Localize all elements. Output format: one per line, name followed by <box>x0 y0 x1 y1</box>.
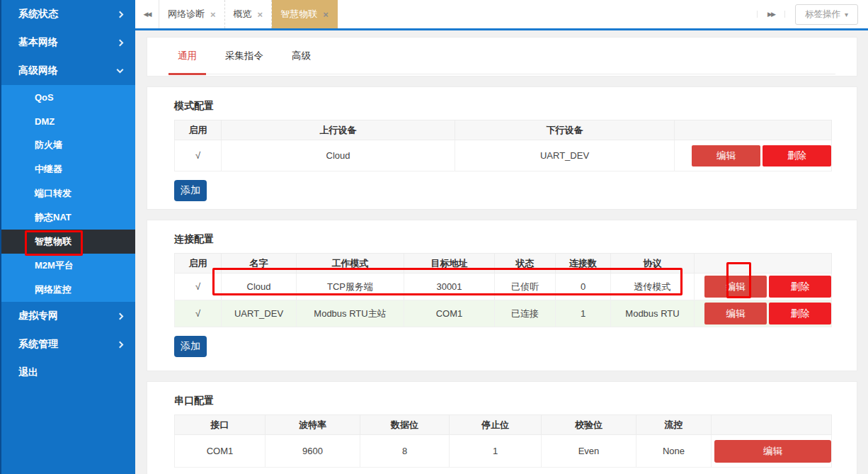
mode-config-section: 模式配置 启用 上行设备 下行设备 √ Cloud UART_DEV 编辑 <box>147 86 857 210</box>
sidebar-submenu: QoS DMZ 防火墙 中继器 端口转发 静态NAT 智慧物联 M2M平台 网络… <box>1 85 135 302</box>
tab-advanced[interactable]: 高级 <box>282 38 320 74</box>
close-icon[interactable]: × <box>258 9 263 20</box>
app-window: 系统状态 基本网络 高级网络 QoS DMZ 防火墙 中继器 端口转发 静态NA… <box>0 0 868 474</box>
cell-enabled: √ <box>175 273 222 300</box>
sidebar-item-label: 虚拟专网 <box>18 310 58 322</box>
chevron-right-icon <box>117 39 124 46</box>
sidebar-item-basic-network[interactable]: 基本网络 <box>1 28 135 57</box>
sidebar-item-qos[interactable]: QoS <box>1 85 135 109</box>
table-header-row: 接口 波特率 数据位 停止位 校验位 流控 <box>175 415 832 435</box>
close-icon[interactable]: × <box>210 9 216 20</box>
sidebar-item-firewall[interactable]: 防火墙 <box>1 133 135 157</box>
sidebar-item-label: 退出 <box>18 366 38 379</box>
tab-operations-label: 标签操作 <box>805 9 840 21</box>
sidebar-item-dmz[interactable]: DMZ <box>1 109 135 133</box>
column-header-actions <box>675 120 832 140</box>
connection-config-table: 启用 名字 工作模式 目标地址 状态 连接数 协议 √ Cloud TCP服务端… <box>174 253 832 327</box>
tab-operations-dropdown[interactable]: 标签操作 ▾ <box>795 4 858 25</box>
cell-baud-rate: 9600 <box>265 435 360 468</box>
sidebar-item-label: 系统管理 <box>18 338 58 351</box>
cell-stop-bits: 1 <box>450 435 542 468</box>
table-header-row: 启用 名字 工作模式 目标地址 状态 连接数 协议 <box>175 254 832 273</box>
cell-status: 已侦听 <box>495 273 556 300</box>
tab-collect-commands[interactable]: 采集指令 <box>216 38 273 74</box>
cell-target-address: 30001 <box>404 273 495 300</box>
mode-config-table: 启用 上行设备 下行设备 √ Cloud UART_DEV 编辑 删除 <box>174 120 832 171</box>
cell-actions: 编辑 <box>712 435 832 468</box>
sidebar-item-smart-iot[interactable]: 智慧物联 <box>1 230 135 254</box>
serial-config-section: 串口配置 接口 波特率 数据位 停止位 校验位 流控 COM1 960 <box>147 381 857 474</box>
cell-interface: COM1 <box>175 435 265 468</box>
sidebar-item-label: 高级网络 <box>18 64 58 77</box>
table-row-uart-dev: √ UART_DEV Modbus RTU主站 COM1 已连接 1 Modbu… <box>175 300 832 327</box>
tab-network-diagnosis[interactable]: 网络诊断 × <box>159 0 225 28</box>
edit-button[interactable]: 编辑 <box>704 303 767 325</box>
edit-button[interactable]: 编辑 <box>704 276 767 298</box>
chevron-down-icon <box>117 67 124 74</box>
column-header: 名字 <box>222 254 297 273</box>
delete-button[interactable]: 删除 <box>769 303 831 325</box>
cell-target-address: COM1 <box>404 300 495 327</box>
sidebar-item-port-forwarding[interactable]: 端口转发 <box>1 181 135 205</box>
cell-parity: Even <box>542 435 636 468</box>
column-header: 目标地址 <box>404 254 495 273</box>
column-header-actions <box>695 254 832 273</box>
cell-actions: 编辑 删除 <box>695 273 832 300</box>
chevron-right-icon <box>117 312 124 320</box>
cell-downstream-device: UART_DEV <box>455 140 675 171</box>
scroll-tabs-left-button[interactable]: ◀◀ <box>135 0 159 28</box>
table-row: √ Cloud UART_DEV 编辑 删除 <box>175 140 832 171</box>
cell-flow-control: None <box>636 435 712 468</box>
cell-protocol: 透传模式 <box>611 273 695 300</box>
sidebar-item-system-status[interactable]: 系统状态 <box>1 0 135 28</box>
sidebar-item-m2m-platform[interactable]: M2M平台 <box>1 254 135 278</box>
tab-bar: ◀◀ 网络诊断 × 概览 × 智慧物联 × ▶▶ 标签操作 ▾ <box>135 0 868 30</box>
column-header: 停止位 <box>450 415 542 435</box>
cell-actions: 编辑 删除 <box>675 140 832 171</box>
column-header: 数据位 <box>360 415 450 435</box>
sidebar-item-system-management[interactable]: 系统管理 <box>1 330 135 359</box>
column-header: 上行设备 <box>222 120 455 140</box>
column-header: 启用 <box>175 120 222 140</box>
cell-connection-count: 1 <box>556 300 611 327</box>
cell-enabled: √ <box>175 140 222 171</box>
table-header-row: 启用 上行设备 下行设备 <box>175 120 832 140</box>
edit-button[interactable]: 编辑 <box>692 145 760 167</box>
add-button[interactable]: 添加 <box>174 336 207 357</box>
sidebar-item-advanced-network[interactable]: 高级网络 <box>1 57 135 85</box>
cell-connection-count: 0 <box>556 273 611 300</box>
tab-label: 智慧物联 <box>280 8 317 21</box>
scroll-tabs-right-button[interactable]: ▶▶ <box>757 11 785 18</box>
delete-button[interactable]: 删除 <box>769 276 831 298</box>
content-tabs-panel: 通用 采集指令 高级 <box>147 37 857 77</box>
sidebar-item-static-nat[interactable]: 静态NAT <box>1 205 135 230</box>
tab-bar-right-group: ▶▶ 标签操作 ▾ <box>757 0 868 28</box>
tab-general[interactable]: 通用 <box>169 38 206 74</box>
column-header: 工作模式 <box>297 254 404 273</box>
tab-label: 网络诊断 <box>168 8 205 21</box>
edit-button[interactable]: 编辑 <box>714 440 831 463</box>
column-header: 波特率 <box>265 415 360 435</box>
serial-config-table: 接口 波特率 数据位 停止位 校验位 流控 COM1 9600 8 1 Even… <box>174 414 832 468</box>
column-header: 下行设备 <box>455 120 675 140</box>
sidebar-item-network-monitor[interactable]: 网络监控 <box>1 278 135 302</box>
table-row-cloud: √ Cloud TCP服务端 30001 已侦听 0 透传模式 编辑 删除 <box>175 273 832 300</box>
table-row: COM1 9600 8 1 Even None 编辑 <box>175 435 832 468</box>
close-icon[interactable]: × <box>323 9 329 20</box>
sidebar-item-vpn[interactable]: 虚拟专网 <box>1 302 135 330</box>
tab-smart-iot[interactable]: 智慧物联 × <box>272 0 338 28</box>
sidebar-item-logout[interactable]: 退出 <box>1 359 135 387</box>
add-button[interactable]: 添加 <box>174 180 207 201</box>
delete-button[interactable]: 删除 <box>763 145 831 167</box>
tab-overview[interactable]: 概览 × <box>225 0 273 28</box>
cell-protocol: Modbus RTU <box>611 300 695 327</box>
sidebar-item-label: 基本网络 <box>18 36 58 49</box>
column-header: 协议 <box>611 254 695 273</box>
sidebar-item-label: 系统状态 <box>18 8 58 21</box>
column-header-actions <box>712 415 832 435</box>
cell-name: Cloud <box>222 273 297 300</box>
sidebar: 系统状态 基本网络 高级网络 QoS DMZ 防火墙 中继器 端口转发 静态NA… <box>0 0 135 474</box>
column-header: 状态 <box>495 254 556 273</box>
sidebar-item-repeater[interactable]: 中继器 <box>1 157 135 181</box>
section-title: 串口配置 <box>174 395 830 407</box>
